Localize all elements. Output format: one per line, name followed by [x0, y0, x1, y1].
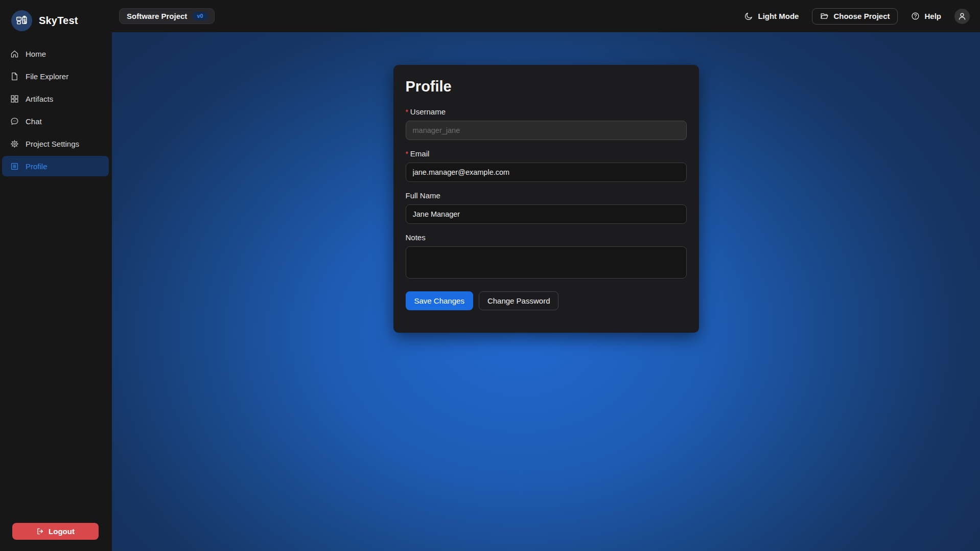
sidebar-item-file-explorer[interactable]: File Explorer: [2, 66, 109, 86]
username-input[interactable]: [406, 121, 687, 140]
light-mode-label: Light Mode: [758, 12, 799, 20]
sidebar-item-label: File Explorer: [26, 72, 68, 81]
topbar: Software Project v0 Light Mode: [112, 0, 980, 32]
form-actions: Save Changes Change Password: [406, 291, 687, 310]
profile-card: Profile Username Email Full Name Notes S…: [393, 65, 699, 333]
logout-icon: [36, 527, 44, 535]
full-name-field-group: Full Name: [406, 191, 687, 224]
sidebar-item-label: Profile: [26, 162, 48, 171]
project-badge-label: Software Project: [127, 12, 187, 20]
chat-bubble-icon: [10, 117, 19, 126]
user-icon: [958, 12, 967, 21]
username-label: Username: [406, 107, 687, 116]
sidebar-item-label: Home: [26, 50, 46, 58]
profile-card-icon: [10, 162, 19, 171]
logout-label: Logout: [49, 527, 75, 536]
notes-field-group: Notes: [406, 233, 687, 281]
logout-button[interactable]: Logout: [12, 523, 99, 540]
choose-project-button[interactable]: Choose Project: [812, 8, 898, 25]
notes-label: Notes: [406, 233, 687, 242]
sidebar-item-project-settings[interactable]: Project Settings: [2, 133, 109, 154]
sidebar-item-profile[interactable]: Profile: [2, 156, 109, 176]
save-changes-button[interactable]: Save Changes: [406, 291, 473, 310]
page-title: Profile: [406, 78, 687, 95]
change-password-button[interactable]: Change Password: [479, 291, 559, 310]
help-label: Help: [924, 12, 941, 20]
sidebar-nav: Home File Explorer Artifacts: [0, 43, 112, 176]
sidebar-item-chat[interactable]: Chat: [2, 111, 109, 131]
home-icon: [10, 50, 19, 58]
file-icon: [10, 72, 19, 81]
email-input[interactable]: [406, 163, 687, 182]
sidebar-item-home[interactable]: Home: [2, 43, 109, 64]
moon-icon: [744, 12, 753, 20]
email-field-group: Email: [406, 149, 687, 182]
question-circle-icon: [911, 12, 920, 20]
brand-name: SkyTest: [39, 15, 78, 27]
project-version-pill: v0: [192, 12, 207, 20]
folder-open-icon: [820, 12, 829, 20]
sidebar-item-label: Artifacts: [26, 95, 53, 103]
sidebar-item-label: Project Settings: [26, 140, 79, 148]
sidebar: SkyTest Home File Explorer: [0, 0, 112, 551]
gear-icon: [10, 140, 19, 148]
help-link[interactable]: Help: [911, 12, 941, 20]
email-label: Email: [406, 149, 687, 158]
appstore-grid-icon: [10, 95, 19, 103]
choose-project-label: Choose Project: [833, 12, 890, 20]
light-mode-toggle[interactable]: Light Mode: [744, 12, 799, 20]
sidebar-item-artifacts[interactable]: Artifacts: [2, 88, 109, 109]
full-name-label: Full Name: [406, 191, 687, 200]
user-avatar[interactable]: [954, 9, 970, 24]
notes-textarea[interactable]: [406, 246, 687, 279]
sidebar-item-label: Chat: [26, 117, 42, 126]
brand: SkyTest: [0, 0, 112, 31]
project-badge[interactable]: Software Project v0: [119, 8, 215, 24]
full-name-input[interactable]: [406, 204, 687, 224]
username-field-group: Username: [406, 107, 687, 140]
main-content: Profile Username Email Full Name Notes S…: [112, 32, 980, 551]
skytest-logo-icon: [11, 10, 32, 31]
